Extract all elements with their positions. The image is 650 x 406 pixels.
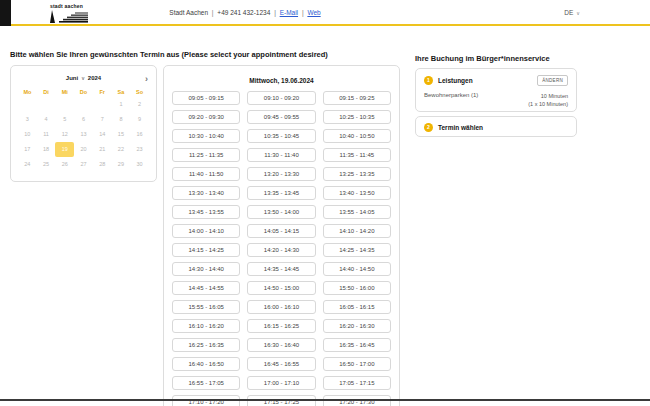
time-slot-button[interactable]: 15:55 - 16:05 — [172, 300, 240, 314]
calendar-day[interactable]: 6 — [74, 112, 93, 127]
calendar-day[interactable]: 25 — [37, 157, 56, 172]
time-slot-button[interactable]: 17:05 - 17:15 — [323, 376, 391, 390]
time-slot-button[interactable]: 13:25 - 13:35 — [323, 167, 391, 181]
time-slot-button[interactable]: 14:05 - 14:15 — [247, 224, 315, 238]
calendar-day[interactable]: 10 — [18, 127, 37, 142]
time-slot-button[interactable]: 09:10 - 09:20 — [247, 91, 315, 105]
time-slot-button[interactable]: 11:30 - 11:40 — [247, 148, 315, 162]
time-slot-button[interactable]: 14:35 - 14:45 — [247, 262, 315, 276]
time-slot-button[interactable]: 14:15 - 14:25 — [172, 243, 240, 257]
chevron-down-icon: ∨ — [576, 10, 580, 16]
time-slot-button[interactable]: 16:50 - 17:00 — [323, 357, 391, 371]
calendar-day[interactable]: 20 — [74, 142, 93, 157]
time-slot-button[interactable]: 14:45 - 14:55 — [172, 281, 240, 295]
calendar-day-selected[interactable]: 19 — [55, 142, 74, 157]
time-slot-button[interactable]: 16:35 - 16:45 — [323, 338, 391, 352]
weekday-label: Mo — [18, 89, 37, 95]
email-link[interactable]: E-Mail — [280, 9, 298, 16]
time-slot-button[interactable]: 13:20 - 13:30 — [247, 167, 315, 181]
header-contact-line: Stadt Aachen | +49 241 432-1234 | E-Mail… — [0, 9, 490, 16]
time-slot-button[interactable]: 17:00 - 17:10 — [247, 376, 315, 390]
time-slot-button[interactable]: 13:35 - 13:45 — [247, 186, 315, 200]
time-slot-button[interactable]: 13:45 - 13:55 — [172, 205, 240, 219]
time-slot-button[interactable]: 16:05 - 16:15 — [323, 300, 391, 314]
calendar-day[interactable]: 18 — [37, 142, 56, 157]
calendar-day — [55, 97, 74, 112]
time-slot-button[interactable]: 09:15 - 09:25 — [323, 91, 391, 105]
time-slot-button[interactable]: 16:10 - 16:20 — [172, 319, 240, 333]
time-slot-button[interactable]: 14:30 - 14:40 — [172, 262, 240, 276]
page-title: Bitte wählen Sie Ihren gewünschten Termi… — [10, 50, 410, 59]
calendar-day[interactable]: 13 — [74, 127, 93, 142]
time-slot-button[interactable]: 13:30 - 13:40 — [172, 186, 240, 200]
time-slot-button[interactable]: 16:25 - 16:35 — [172, 338, 240, 352]
calendar-day — [93, 97, 112, 112]
time-slot-button[interactable]: 16:15 - 16:25 — [247, 319, 315, 333]
time-slot-button[interactable]: 16:20 - 16:30 — [323, 319, 391, 333]
calendar-year-select[interactable]: 2024 — [88, 75, 101, 81]
next-month-icon[interactable]: › — [145, 76, 148, 82]
calendar-day[interactable]: 26 — [55, 157, 74, 172]
calendar-card: Juni ∨ 2024 › MoDiMiDoFrSaSo 12345678910… — [10, 65, 157, 182]
time-slot-button[interactable]: 11:40 - 11:50 — [172, 167, 240, 181]
calendar-day[interactable]: 24 — [18, 157, 37, 172]
service-duration: 10 Minuten (1 x 10 Minuten) — [528, 92, 568, 109]
calendar-day[interactable]: 16 — [130, 127, 149, 142]
time-slot-button[interactable]: 14:20 - 14:30 — [247, 243, 315, 257]
web-link[interactable]: Web — [307, 9, 320, 16]
time-slot-button[interactable]: 14:50 - 15:00 — [247, 281, 315, 295]
step-label: Termin wählen — [438, 124, 483, 131]
time-slot-button[interactable]: 09:45 - 09:55 — [247, 110, 315, 124]
time-slot-button[interactable]: 13:50 - 14:00 — [247, 205, 315, 219]
time-slot-button[interactable]: 10:30 - 10:40 — [172, 129, 240, 143]
calendar-day[interactable]: 29 — [112, 157, 131, 172]
time-slot-button[interactable]: 13:55 - 14:05 — [323, 205, 391, 219]
calendar-month-select[interactable]: Juni — [66, 75, 78, 81]
time-slot-button[interactable]: 13:40 - 13:50 — [323, 186, 391, 200]
calendar-day[interactable]: 17 — [18, 142, 37, 157]
time-slot-button[interactable]: 10:40 - 10:50 — [323, 129, 391, 143]
calendar-day[interactable]: 28 — [93, 157, 112, 172]
time-slot-button[interactable]: 16:40 - 16:50 — [172, 357, 240, 371]
calendar-day[interactable]: 27 — [74, 157, 93, 172]
calendar-day[interactable]: 5 — [55, 112, 74, 127]
time-slot-button[interactable]: 10:25 - 10:35 — [323, 110, 391, 124]
time-slot-button[interactable]: 14:00 - 14:10 — [172, 224, 240, 238]
calendar-day[interactable]: 1 — [112, 97, 131, 112]
calendar-day[interactable]: 3 — [18, 112, 37, 127]
time-slot-button[interactable]: 10:35 - 10:45 — [247, 129, 315, 143]
calendar-day[interactable]: 14 — [93, 127, 112, 142]
calendar-day[interactable]: 12 — [55, 127, 74, 142]
calendar-day[interactable]: 21 — [93, 142, 112, 157]
calendar-day[interactable]: 2 — [130, 97, 149, 112]
time-slot-button[interactable]: 11:25 - 11:35 — [172, 148, 240, 162]
selected-date-title: Mittwoch, 19.06.2024 — [164, 77, 399, 84]
step-label: Leistungen — [438, 77, 473, 84]
time-slot-button[interactable]: 09:20 - 09:30 — [172, 110, 240, 124]
time-slot-button[interactable]: 14:25 - 14:35 — [323, 243, 391, 257]
time-slot-button[interactable]: 16:00 - 16:10 — [247, 300, 315, 314]
change-button[interactable]: ÄNDERN — [537, 75, 568, 86]
time-slot-button[interactable]: 09:05 - 09:15 — [172, 91, 240, 105]
time-slot-button[interactable]: 14:40 - 14:50 — [323, 262, 391, 276]
time-slot-button[interactable]: 16:55 - 17:05 — [172, 376, 240, 390]
booking-panel-title: Ihre Buchung im Bürger*innenservice — [415, 54, 585, 63]
time-slot-button[interactable]: 16:30 - 16:40 — [247, 338, 315, 352]
calendar-day[interactable]: 23 — [130, 142, 149, 157]
calendar-day[interactable]: 4 — [37, 112, 56, 127]
time-slot-button[interactable]: 16:45 - 16:55 — [247, 357, 315, 371]
calendar-day[interactable]: 22 — [112, 142, 131, 157]
screen-edge-divider — [0, 399, 650, 401]
calendar-weekday-row: MoDiMiDoFrSaSo — [18, 89, 149, 95]
language-selector[interactable]: DE ∨ — [564, 9, 580, 16]
language-code: DE — [564, 9, 573, 16]
calendar-day[interactable]: 15 — [112, 127, 131, 142]
calendar-day[interactable]: 8 — [112, 112, 131, 127]
calendar-day[interactable]: 9 — [130, 112, 149, 127]
calendar-day[interactable]: 11 — [37, 127, 56, 142]
time-slot-button[interactable]: 11:35 - 11:45 — [323, 148, 391, 162]
time-slot-button[interactable]: 15:50 - 16:00 — [323, 281, 391, 295]
calendar-day[interactable]: 7 — [93, 112, 112, 127]
time-slot-button[interactable]: 14:10 - 14:20 — [323, 224, 391, 238]
calendar-day[interactable]: 30 — [130, 157, 149, 172]
